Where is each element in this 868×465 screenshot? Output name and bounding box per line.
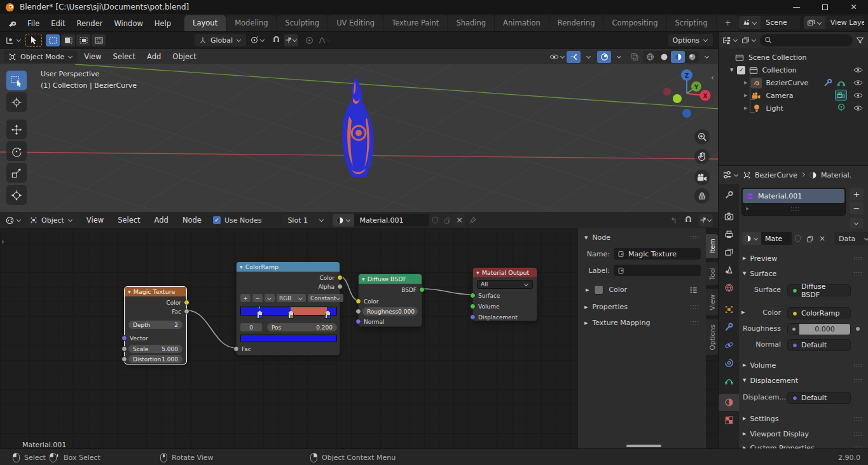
node-colorramp[interactable]: ▼ColorRamp Color Alpha + − RGB Constant … <box>236 261 340 356</box>
roughness-field[interactable]: Roughness0.000 <box>362 307 418 316</box>
node-panel-header[interactable]: ▼Node <box>578 228 706 244</box>
workspace-tab-scripting[interactable]: Scripting <box>667 15 716 31</box>
snap-target-dropdown[interactable] <box>284 34 298 46</box>
viewport-menu-select[interactable]: Select <box>108 50 141 63</box>
stop-index-field[interactable]: 0 <box>240 323 262 331</box>
outliner-row-light[interactable]: ▶ Light <box>719 102 868 115</box>
outliner-display-mode-dropdown[interactable] <box>722 36 738 45</box>
material-browse-button[interactable] <box>333 214 354 226</box>
editor-type-button[interactable] <box>5 36 22 45</box>
breadcrumb-object[interactable]: BezierCurve <box>755 171 797 179</box>
outliner-search-input[interactable] <box>760 34 853 46</box>
tool-transform[interactable] <box>6 185 27 205</box>
stop-color-swatch[interactable] <box>240 335 337 342</box>
viewport-display-panel-header[interactable]: ▶Viewport Display <box>743 428 868 440</box>
node-menu-add[interactable]: Add <box>149 214 174 226</box>
pivot-point-dropdown[interactable] <box>250 36 265 45</box>
blender-menu-logo-icon[interactable] <box>4 17 22 31</box>
workspace-tab-shading[interactable]: Shading <box>448 15 494 31</box>
surface-panel-header[interactable]: ▼Surface <box>743 268 868 279</box>
color-presets-icon[interactable] <box>689 286 698 294</box>
node-collapse-icon[interactable]: ▼ <box>240 265 243 269</box>
hide-eye-icon[interactable] <box>853 80 863 86</box>
viewport-canvas[interactable]: User Perspective (1) Collection | Bezier… <box>0 64 718 212</box>
shading-rendered-button[interactable] <box>685 51 699 63</box>
hide-eye-icon[interactable] <box>853 105 863 111</box>
workspace-tab-animation[interactable]: Animation <box>495 15 549 31</box>
remove-stop-button[interactable]: − <box>252 294 263 302</box>
disclosure-triangle[interactable]: ▼ <box>730 67 733 73</box>
outliner-row-collection[interactable]: ▼ ✓ Collection <box>719 64 868 76</box>
settings-panel-header[interactable]: ▶Settings <box>743 413 868 424</box>
ramp-tools-dropdown[interactable] <box>265 294 275 302</box>
close-button[interactable]: ✕ <box>839 0 868 14</box>
material-name-field[interactable]: Material.001 <box>354 214 429 226</box>
tool-rotate[interactable] <box>6 141 27 161</box>
displacement-input-button[interactable]: Default <box>787 392 851 404</box>
node-canvas[interactable]: › ▼Magic Texture Color Fac Depth2 Vector… <box>0 228 718 448</box>
material-unlink-button[interactable]: × <box>816 232 829 245</box>
select-box-mode-button[interactable] <box>46 34 60 46</box>
input-displacement-socket[interactable] <box>470 314 476 320</box>
tab-particles[interactable] <box>719 337 739 354</box>
hide-eye-icon[interactable] <box>853 92 863 99</box>
select-extend-mode-button[interactable] <box>61 34 75 46</box>
material-slot-selected[interactable]: Material.001 <box>743 189 844 203</box>
xray-toggle-button[interactable] <box>628 51 642 63</box>
node-snap-toggle-button[interactable] <box>681 214 695 226</box>
options-dropdown[interactable]: Options <box>668 34 713 46</box>
output-color-socket[interactable] <box>337 275 343 281</box>
tab-world[interactable] <box>719 279 739 296</box>
roughness-slider[interactable]: 0.000 <box>787 323 851 335</box>
fake-user-shield-icon[interactable] <box>429 214 441 226</box>
material-browse-button[interactable] <box>741 232 761 245</box>
menu-render[interactable]: Render <box>71 16 109 31</box>
input-vector-socket[interactable] <box>121 335 127 341</box>
outliner-row-camera[interactable]: ▶ Camera <box>719 89 868 102</box>
tool-cursor[interactable] <box>6 92 27 112</box>
slot-specials-dropdown[interactable] <box>850 218 864 228</box>
gizmos-dropdown[interactable] <box>582 51 596 63</box>
tab-render[interactable] <box>719 208 739 225</box>
view-layer-name[interactable]: View Layer <box>825 18 864 27</box>
menu-edit[interactable]: Edit <box>45 16 71 31</box>
sidebar-collapse-arrow[interactable]: ‹ <box>711 73 714 82</box>
node-collapse-icon[interactable]: ▼ <box>476 270 479 275</box>
fake-user-shield-icon[interactable] <box>792 232 804 245</box>
tab-physics[interactable] <box>719 354 739 371</box>
remove-material-slot-button[interactable]: − <box>850 202 864 214</box>
roughness-decorator-dot[interactable] <box>856 327 860 331</box>
output-fac-socket[interactable] <box>184 309 189 314</box>
menu-help[interactable]: Help <box>149 16 177 31</box>
node-color-row[interactable]: ▶ Color <box>578 276 706 295</box>
select-invert-mode-button[interactable] <box>92 34 106 46</box>
shading-solid-button[interactable] <box>657 51 671 63</box>
node-diffuse-bsdf[interactable]: ▼Diffuse BSDF BSDF Color Roughness0.000 … <box>358 274 422 327</box>
tab-view-layer[interactable] <box>719 244 739 261</box>
output-color-socket[interactable] <box>184 300 189 305</box>
node-name-field[interactable]: Magic Texture <box>614 248 701 260</box>
overlays-toggle-button[interactable] <box>597 51 611 63</box>
editor-type-button[interactable] <box>722 170 739 179</box>
camera-view-button[interactable] <box>694 170 710 185</box>
tab-texture[interactable] <box>719 412 739 429</box>
go-to-parent-node-tree-button[interactable]: ↰ <box>670 216 677 225</box>
select-subtract-mode-button[interactable] <box>76 34 90 46</box>
scene-name[interactable]: Scene <box>761 18 799 27</box>
material-name-field[interactable]: Mate <box>761 232 792 245</box>
material-copy-button[interactable] <box>441 214 453 226</box>
curve-data-icon[interactable] <box>837 78 846 87</box>
input-normal-socket[interactable] <box>355 319 361 324</box>
proportional-falloff-dropdown[interactable] <box>317 34 331 46</box>
output-target-dropdown[interactable]: All <box>477 280 533 289</box>
texture-mapping-panel-header[interactable]: ▶Texture Mapping <box>578 311 706 327</box>
depth-field[interactable]: Depth2 <box>128 321 183 329</box>
material-unlink-button[interactable]: × <box>453 214 465 226</box>
sidebar-tab-options[interactable]: Options <box>706 319 718 356</box>
light-data-icon[interactable] <box>837 103 846 112</box>
tool-select-box[interactable] <box>6 71 27 90</box>
scale-field[interactable]: Scale5.000 <box>128 345 183 353</box>
use-nodes-checkbox[interactable]: ✓ <box>213 216 221 224</box>
collection-checkbox[interactable]: ✓ <box>737 66 745 74</box>
use-nodes-toggle[interactable]: ✓Use Nodes <box>213 216 262 225</box>
